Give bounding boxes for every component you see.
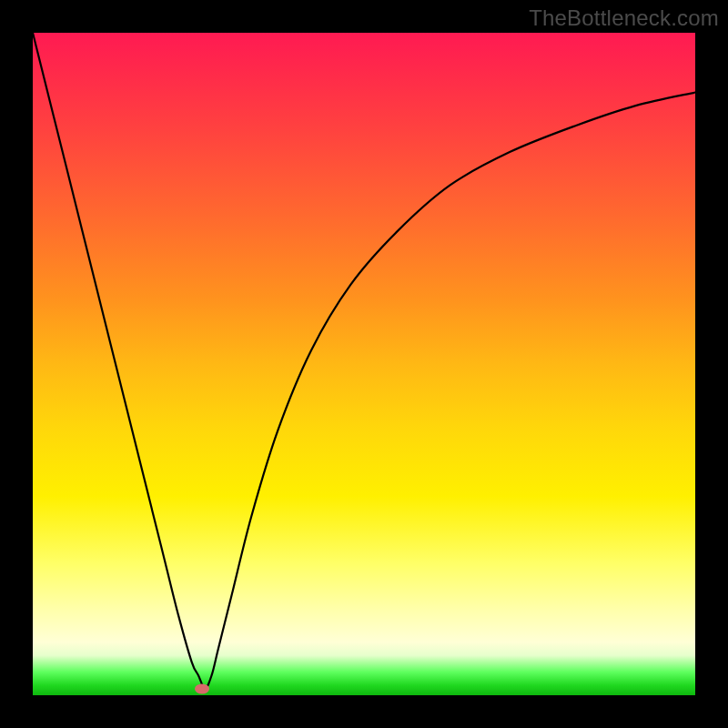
watermark-text: TheBottleneck.com [529, 5, 719, 31]
bottleneck-curve [33, 33, 695, 695]
chart-frame: TheBottleneck.com [0, 0, 728, 728]
curve-path [33, 33, 695, 689]
optimal-point-marker [195, 683, 209, 693]
plot-area [33, 33, 695, 695]
